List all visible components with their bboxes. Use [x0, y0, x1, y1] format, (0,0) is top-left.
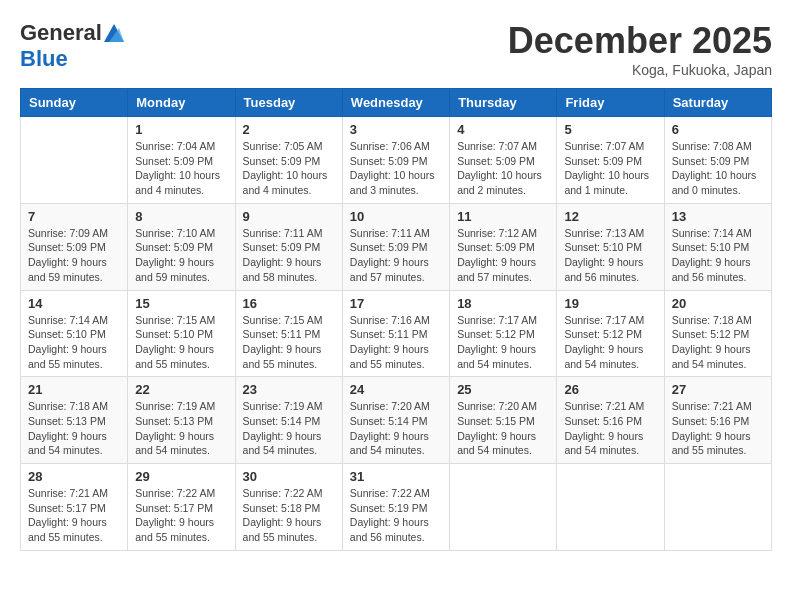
day-info: Sunrise: 7:18 AMSunset: 5:13 PMDaylight:… — [28, 399, 120, 458]
day-info: Sunrise: 7:07 AMSunset: 5:09 PMDaylight:… — [564, 139, 656, 198]
day-number: 3 — [350, 122, 442, 137]
calendar-cell: 30Sunrise: 7:22 AMSunset: 5:18 PMDayligh… — [235, 464, 342, 551]
calendar-header-row: SundayMondayTuesdayWednesdayThursdayFrid… — [21, 89, 772, 117]
day-number: 5 — [564, 122, 656, 137]
day-number: 12 — [564, 209, 656, 224]
calendar-cell: 17Sunrise: 7:16 AMSunset: 5:11 PMDayligh… — [342, 290, 449, 377]
location: Koga, Fukuoka, Japan — [508, 62, 772, 78]
day-info: Sunrise: 7:20 AMSunset: 5:14 PMDaylight:… — [350, 399, 442, 458]
calendar-cell: 7Sunrise: 7:09 AMSunset: 5:09 PMDaylight… — [21, 203, 128, 290]
calendar-cell: 3Sunrise: 7:06 AMSunset: 5:09 PMDaylight… — [342, 117, 449, 204]
calendar-cell: 22Sunrise: 7:19 AMSunset: 5:13 PMDayligh… — [128, 377, 235, 464]
day-number: 2 — [243, 122, 335, 137]
day-number: 6 — [672, 122, 764, 137]
day-number: 31 — [350, 469, 442, 484]
day-info: Sunrise: 7:19 AMSunset: 5:14 PMDaylight:… — [243, 399, 335, 458]
day-number: 1 — [135, 122, 227, 137]
logo: General Blue — [20, 20, 124, 72]
day-header-tuesday: Tuesday — [235, 89, 342, 117]
calendar-cell: 12Sunrise: 7:13 AMSunset: 5:10 PMDayligh… — [557, 203, 664, 290]
day-number: 28 — [28, 469, 120, 484]
day-info: Sunrise: 7:22 AMSunset: 5:17 PMDaylight:… — [135, 486, 227, 545]
day-info: Sunrise: 7:09 AMSunset: 5:09 PMDaylight:… — [28, 226, 120, 285]
day-info: Sunrise: 7:19 AMSunset: 5:13 PMDaylight:… — [135, 399, 227, 458]
day-number: 30 — [243, 469, 335, 484]
day-number: 9 — [243, 209, 335, 224]
calendar-cell: 9Sunrise: 7:11 AMSunset: 5:09 PMDaylight… — [235, 203, 342, 290]
day-info: Sunrise: 7:14 AMSunset: 5:10 PMDaylight:… — [28, 313, 120, 372]
calendar-cell: 28Sunrise: 7:21 AMSunset: 5:17 PMDayligh… — [21, 464, 128, 551]
day-info: Sunrise: 7:04 AMSunset: 5:09 PMDaylight:… — [135, 139, 227, 198]
day-header-sunday: Sunday — [21, 89, 128, 117]
calendar-cell: 13Sunrise: 7:14 AMSunset: 5:10 PMDayligh… — [664, 203, 771, 290]
day-info: Sunrise: 7:12 AMSunset: 5:09 PMDaylight:… — [457, 226, 549, 285]
day-info: Sunrise: 7:13 AMSunset: 5:10 PMDaylight:… — [564, 226, 656, 285]
calendar-cell: 26Sunrise: 7:21 AMSunset: 5:16 PMDayligh… — [557, 377, 664, 464]
day-number: 4 — [457, 122, 549, 137]
calendar-cell: 23Sunrise: 7:19 AMSunset: 5:14 PMDayligh… — [235, 377, 342, 464]
calendar-cell — [450, 464, 557, 551]
calendar-cell — [21, 117, 128, 204]
calendar-cell: 29Sunrise: 7:22 AMSunset: 5:17 PMDayligh… — [128, 464, 235, 551]
day-number: 29 — [135, 469, 227, 484]
day-info: Sunrise: 7:05 AMSunset: 5:09 PMDaylight:… — [243, 139, 335, 198]
calendar-cell: 27Sunrise: 7:21 AMSunset: 5:16 PMDayligh… — [664, 377, 771, 464]
calendar-cell: 10Sunrise: 7:11 AMSunset: 5:09 PMDayligh… — [342, 203, 449, 290]
day-info: Sunrise: 7:15 AMSunset: 5:10 PMDaylight:… — [135, 313, 227, 372]
day-info: Sunrise: 7:17 AMSunset: 5:12 PMDaylight:… — [457, 313, 549, 372]
calendar-cell: 20Sunrise: 7:18 AMSunset: 5:12 PMDayligh… — [664, 290, 771, 377]
calendar-cell — [664, 464, 771, 551]
calendar-cell: 19Sunrise: 7:17 AMSunset: 5:12 PMDayligh… — [557, 290, 664, 377]
day-number: 27 — [672, 382, 764, 397]
day-number: 13 — [672, 209, 764, 224]
day-header-friday: Friday — [557, 89, 664, 117]
day-info: Sunrise: 7:10 AMSunset: 5:09 PMDaylight:… — [135, 226, 227, 285]
calendar-cell: 24Sunrise: 7:20 AMSunset: 5:14 PMDayligh… — [342, 377, 449, 464]
calendar-cell: 5Sunrise: 7:07 AMSunset: 5:09 PMDaylight… — [557, 117, 664, 204]
calendar-week-row: 21Sunrise: 7:18 AMSunset: 5:13 PMDayligh… — [21, 377, 772, 464]
day-header-monday: Monday — [128, 89, 235, 117]
day-header-wednesday: Wednesday — [342, 89, 449, 117]
calendar-cell: 8Sunrise: 7:10 AMSunset: 5:09 PMDaylight… — [128, 203, 235, 290]
month-title: December 2025 — [508, 20, 772, 62]
day-info: Sunrise: 7:07 AMSunset: 5:09 PMDaylight:… — [457, 139, 549, 198]
calendar-week-row: 28Sunrise: 7:21 AMSunset: 5:17 PMDayligh… — [21, 464, 772, 551]
calendar-cell: 14Sunrise: 7:14 AMSunset: 5:10 PMDayligh… — [21, 290, 128, 377]
day-number: 7 — [28, 209, 120, 224]
calendar-week-row: 7Sunrise: 7:09 AMSunset: 5:09 PMDaylight… — [21, 203, 772, 290]
calendar-cell: 16Sunrise: 7:15 AMSunset: 5:11 PMDayligh… — [235, 290, 342, 377]
calendar-week-row: 1Sunrise: 7:04 AMSunset: 5:09 PMDaylight… — [21, 117, 772, 204]
day-number: 8 — [135, 209, 227, 224]
day-info: Sunrise: 7:11 AMSunset: 5:09 PMDaylight:… — [243, 226, 335, 285]
day-info: Sunrise: 7:21 AMSunset: 5:16 PMDaylight:… — [672, 399, 764, 458]
day-info: Sunrise: 7:15 AMSunset: 5:11 PMDaylight:… — [243, 313, 335, 372]
day-number: 25 — [457, 382, 549, 397]
calendar-cell: 25Sunrise: 7:20 AMSunset: 5:15 PMDayligh… — [450, 377, 557, 464]
day-number: 16 — [243, 296, 335, 311]
day-header-thursday: Thursday — [450, 89, 557, 117]
logo-icon — [104, 24, 124, 42]
day-number: 24 — [350, 382, 442, 397]
day-number: 26 — [564, 382, 656, 397]
title-block: December 2025 Koga, Fukuoka, Japan — [508, 20, 772, 78]
calendar-cell: 18Sunrise: 7:17 AMSunset: 5:12 PMDayligh… — [450, 290, 557, 377]
calendar-cell: 15Sunrise: 7:15 AMSunset: 5:10 PMDayligh… — [128, 290, 235, 377]
day-number: 17 — [350, 296, 442, 311]
day-number: 14 — [28, 296, 120, 311]
calendar-cell: 6Sunrise: 7:08 AMSunset: 5:09 PMDaylight… — [664, 117, 771, 204]
day-info: Sunrise: 7:22 AMSunset: 5:18 PMDaylight:… — [243, 486, 335, 545]
day-number: 10 — [350, 209, 442, 224]
calendar-cell: 1Sunrise: 7:04 AMSunset: 5:09 PMDaylight… — [128, 117, 235, 204]
day-number: 15 — [135, 296, 227, 311]
day-number: 23 — [243, 382, 335, 397]
calendar-cell: 21Sunrise: 7:18 AMSunset: 5:13 PMDayligh… — [21, 377, 128, 464]
calendar-week-row: 14Sunrise: 7:14 AMSunset: 5:10 PMDayligh… — [21, 290, 772, 377]
day-info: Sunrise: 7:11 AMSunset: 5:09 PMDaylight:… — [350, 226, 442, 285]
calendar-cell: 11Sunrise: 7:12 AMSunset: 5:09 PMDayligh… — [450, 203, 557, 290]
day-header-saturday: Saturday — [664, 89, 771, 117]
day-number: 21 — [28, 382, 120, 397]
day-info: Sunrise: 7:20 AMSunset: 5:15 PMDaylight:… — [457, 399, 549, 458]
day-info: Sunrise: 7:06 AMSunset: 5:09 PMDaylight:… — [350, 139, 442, 198]
calendar-cell — [557, 464, 664, 551]
day-info: Sunrise: 7:21 AMSunset: 5:16 PMDaylight:… — [564, 399, 656, 458]
